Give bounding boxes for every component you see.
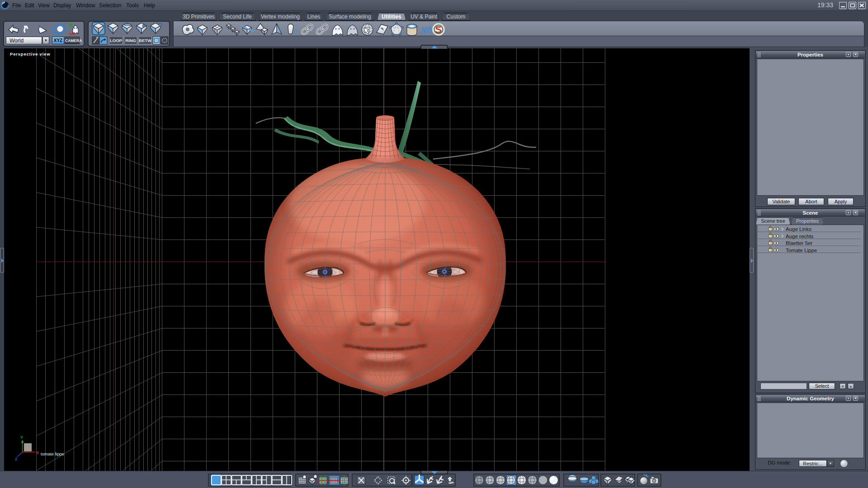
svg-text:tomate lippe: tomate lippe: [41, 451, 64, 456]
svg-text:Y: Y: [20, 435, 23, 440]
svg-text:Auge Links: Auge Links: [786, 226, 811, 232]
svg-text:RING: RING: [125, 38, 136, 43]
svg-text:BETW: BETW: [139, 38, 151, 43]
svg-text:Tomate Lippe: Tomate Lippe: [786, 248, 817, 253]
svg-text:Blaetter 5er: Blaetter 5er: [786, 240, 813, 246]
svg-text:LOOP: LOOP: [110, 38, 123, 43]
svg-text:Z: Z: [15, 457, 18, 461]
svg-text:Auge rechts: Auge rechts: [786, 234, 814, 239]
svg-text:X: X: [36, 450, 39, 455]
svg-text:Perspective view: Perspective view: [10, 52, 50, 56]
